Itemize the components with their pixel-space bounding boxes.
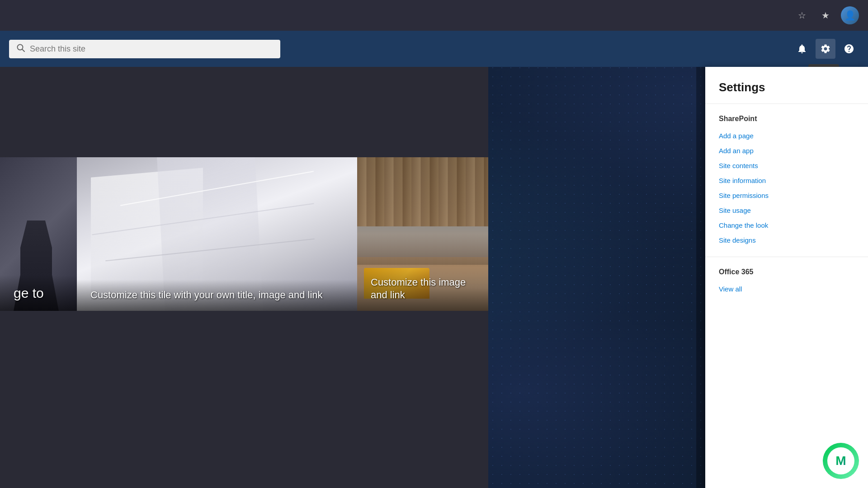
tile-1[interactable]: ge to bbox=[0, 157, 77, 311]
add-page-link[interactable]: Add a page bbox=[719, 128, 854, 143]
app-logo[interactable]: M bbox=[823, 443, 859, 479]
help-button[interactable] bbox=[839, 39, 859, 59]
view-all-link[interactable]: View all bbox=[719, 282, 854, 296]
office365-section: Office 365 View all bbox=[705, 257, 868, 307]
main-content: ge to Customize this tile with your own … bbox=[0, 67, 488, 488]
tile-1-text: ge to bbox=[14, 284, 63, 302]
favorites-icon[interactable]: ☆ bbox=[794, 7, 810, 23]
topbar-icons: Setting bbox=[792, 39, 859, 59]
search-input[interactable] bbox=[30, 44, 273, 54]
site-usage-link[interactable]: Site usage bbox=[719, 203, 854, 218]
sharepoint-section-title: SharePoint bbox=[719, 115, 854, 123]
user-avatar[interactable]: 👤 bbox=[841, 6, 859, 24]
hero-bottom bbox=[0, 311, 488, 488]
tile-2-overlay: Customize this tile with your own title,… bbox=[77, 280, 357, 311]
search-icon bbox=[16, 43, 25, 55]
sp-topbar: Setting bbox=[0, 31, 868, 67]
site-information-link[interactable]: Site information bbox=[719, 173, 854, 188]
office365-section-title: Office 365 bbox=[719, 268, 854, 276]
sharepoint-section: SharePoint Add a page Add an app Site co… bbox=[705, 104, 868, 248]
tile-2[interactable]: Customize this tile with your own title,… bbox=[77, 157, 357, 311]
panel-shadow bbox=[696, 67, 705, 488]
tile-3-text: Customize this image and link bbox=[371, 276, 475, 302]
change-the-look-link[interactable]: Change the look bbox=[719, 218, 854, 233]
site-designs-link[interactable]: Site designs bbox=[719, 233, 854, 248]
site-contents-link[interactable]: Site contents bbox=[719, 158, 854, 173]
add-app-link[interactable]: Add an app bbox=[719, 143, 854, 158]
search-container bbox=[9, 40, 280, 58]
tiles-row: ge to Customize this tile with your own … bbox=[0, 157, 488, 311]
tile-2-text: Customize this tile with your own title,… bbox=[90, 289, 344, 302]
settings-panel: Settings SharePoint Add a page Add an ap… bbox=[705, 67, 868, 488]
app-logo-letter: M bbox=[835, 454, 846, 468]
tile-3-overlay: Customize this image and link bbox=[357, 267, 488, 311]
notification-button[interactable] bbox=[792, 39, 812, 59]
hero-top bbox=[0, 67, 488, 157]
settings-title: Settings bbox=[705, 67, 868, 104]
reading-list-icon[interactable]: ★ bbox=[817, 7, 834, 23]
settings-button[interactable]: Setting bbox=[816, 39, 835, 59]
site-permissions-link[interactable]: Site permissions bbox=[719, 188, 854, 203]
tile-1-overlay: ge to bbox=[0, 275, 77, 311]
app-logo-inner: M bbox=[827, 447, 854, 474]
tile-3[interactable]: Customize this image and link bbox=[357, 157, 488, 311]
svg-line-1 bbox=[22, 49, 24, 52]
browser-chrome: ☆ ★ 👤 bbox=[0, 0, 868, 31]
